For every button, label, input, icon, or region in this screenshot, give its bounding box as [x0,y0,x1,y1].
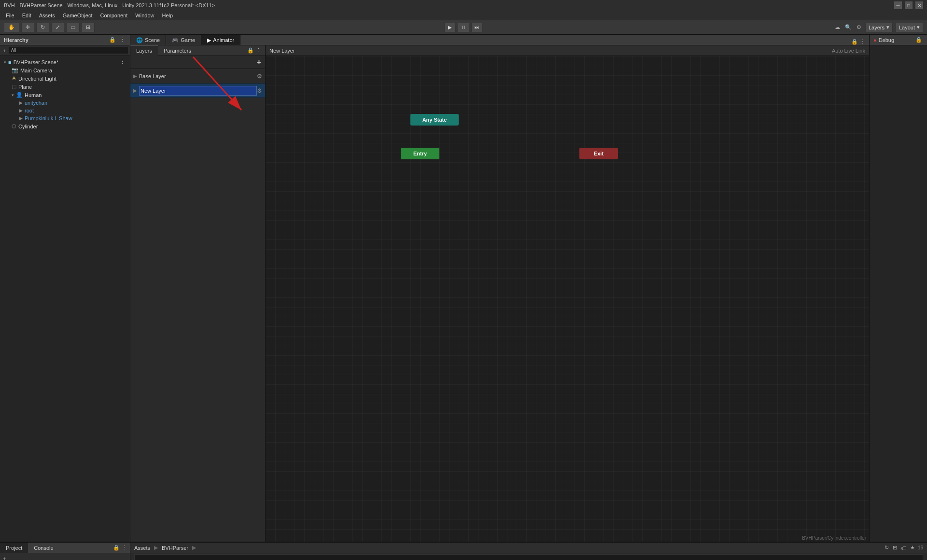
rect-tool[interactable]: ▭ [66,23,80,32]
rotate-tool[interactable]: ↻ [36,23,49,32]
new-layer-input[interactable] [139,86,257,96]
tab-lock-icon[interactable]: 🔒 [850,39,859,45]
hierarchy-item-root[interactable]: ▶ root [0,107,130,114]
tab-game[interactable]: 🎮 Game [166,35,201,45]
layers-tab-bar: Layers Parameters 🔒 ⋮ [130,45,265,56]
project-lock-icon[interactable]: 🔒 [112,545,121,551]
entry-label: Entry [413,151,427,156]
scale-tool[interactable]: ⤢ [51,23,64,32]
layers-tab-layers[interactable]: Layers [130,45,158,56]
assets-toolbar [130,553,927,560]
hierarchy-item-unitychan[interactable]: ▶ unitychan [0,99,130,107]
hand-tool[interactable]: ✋ [4,23,19,32]
breadcrumb-bvhparser[interactable]: BVHParser [162,545,188,551]
base-layer-settings-icon[interactable]: ⚙ [257,73,262,80]
layers-header-row: + [130,56,265,69]
hierarchy-add-button[interactable]: + [2,48,7,54]
menu-window[interactable]: Window [131,11,158,20]
hierarchy-camera-label: Main Camera [20,68,52,73]
hierarchy-item-plane[interactable]: ⬚ Plane [0,83,130,91]
auto-live-link[interactable]: Auto Live Link [832,48,865,54]
breadcrumb-assets[interactable]: Assets [134,545,150,551]
layer-item-new[interactable]: ▶ ⚙ [130,84,265,98]
layers-lock-icon[interactable]: 🔒 [246,47,255,54]
maximize-button[interactable]: □ [905,1,913,9]
tab-scene[interactable]: 🌐 Scene [130,35,166,45]
move-tool[interactable]: ✛ [21,23,34,32]
hierarchy-item-cylinder[interactable]: ⬡ Cylinder [0,122,130,130]
layout-dropdown[interactable]: Layout ▾ [896,23,923,32]
debug-lock-icon[interactable]: 🔒 [914,37,923,43]
project-tab-label: Project [6,545,22,551]
exit-label: Exit [594,151,604,156]
hierarchy-header-icons: 🔒 ⋮ [108,37,126,43]
main-layout: Hierarchy 🔒 ⋮ + All ▾ ■ BVHParser Scene*… [0,35,927,542]
layers-options-icon[interactable]: ⋮ [255,47,262,54]
tab-project[interactable]: Project [0,543,28,553]
settings-icon[interactable]: ⚙ [856,24,862,30]
hierarchy-item-pumpkin[interactable]: ▶ Pumpkinlulk L Shaw [0,114,130,122]
hierarchy-scene-label: BVHParser Scene* [14,59,59,65]
state-any[interactable]: Any State [410,114,459,126]
pause-button[interactable]: ⏸ [458,23,469,32]
base-layer-expand: ▶ [133,73,137,79]
debug-header: ● Debug 🔒 [870,35,927,45]
plane-icon: ⬚ [12,84,16,90]
scene-tab-icon: 🌐 [136,37,143,43]
search-icon[interactable]: 🔍 [844,24,853,30]
menu-file[interactable]: File [2,11,18,20]
layout-label: Layout [899,25,915,30]
add-layer-button[interactable]: + [256,58,262,67]
any-state-label: Any State [422,117,447,123]
assets-panel: Assets ▶ BVHParser ▶ ↻ ⊞ 🏷 ★ 16 Models [130,543,927,560]
debug-header-icons: 🔒 [914,37,923,43]
step-button[interactable]: ⏭ [471,23,483,32]
right-toolbar: ☁ 🔍 ⚙ Layers ▾ Layout ▾ [834,23,923,32]
hierarchy-menu-icon[interactable]: ⋮ [119,37,126,43]
hierarchy-item-camera[interactable]: 📷 Main Camera [0,66,130,74]
layer-item-base[interactable]: ▶ Base Layer ⚙ [130,69,265,84]
assets-filter-icon[interactable]: ⊞ [892,545,898,551]
tab-bar: 🌐 Scene 🎮 Game ▶ Animator 🔒 ⋮ [130,35,869,45]
minimize-button[interactable]: ─ [894,1,902,9]
collab-icon[interactable]: ☁ [834,24,841,30]
assets-label-icon[interactable]: 🏷 [900,545,907,551]
hierarchy-cylinder-label: Cylinder [18,124,38,129]
assets-star-icon[interactable]: ★ [909,545,916,551]
menu-assets[interactable]: Assets [35,11,59,20]
tab-console[interactable]: Console [28,543,59,553]
layers-label: Layers [869,25,885,30]
tab-menu-icon[interactable]: ⋮ [859,39,866,45]
menu-help[interactable]: Help [158,11,177,20]
layers-tab-parameters[interactable]: Parameters [158,45,197,56]
animator-grid[interactable]: Any State Entry Exit [266,56,869,542]
menu-edit[interactable]: Edit [18,11,35,20]
assets-refresh-icon[interactable]: ↻ [884,545,890,551]
assets-search-input[interactable] [134,554,923,560]
layers-dropdown[interactable]: Layers ▾ [865,23,893,32]
new-layer-expand: ▶ [133,88,137,93]
project-add-button[interactable]: + [2,556,7,560]
project-menu-icon[interactable]: ⋮ [121,545,128,551]
hierarchy-item-scene[interactable]: ▾ ■ BVHParser Scene* ⋮ [0,58,130,66]
state-entry[interactable]: Entry [401,148,439,159]
new-layer-settings-icon[interactable]: ⚙ [257,87,262,94]
scene-menu-icon[interactable]: ⋮ [119,59,126,65]
hierarchy-pumpkin-label: Pumpkinlulk L Shaw [25,115,72,121]
transform-tool[interactable]: ⊞ [82,23,95,32]
window-controls[interactable]: ─ □ ✕ [894,1,923,9]
breadcrumb-separator: ▶ [154,545,158,551]
tab-animator[interactable]: ▶ Animator [201,35,240,45]
menu-gameobject[interactable]: GameObject [59,11,97,20]
project-toolbar: + [0,553,130,560]
state-exit[interactable]: Exit [579,148,618,159]
menu-component[interactable]: Component [96,11,131,20]
hierarchy-lock-icon[interactable]: 🔒 [108,37,117,43]
hierarchy-item-light[interactable]: ☀ Directional Light [0,74,130,83]
hierarchy-item-human[interactable]: ▾ 👤 Human [0,91,130,99]
play-button[interactable]: ▶ [444,23,456,32]
animator-canvas[interactable]: New Layer Auto Live Link Any State Entry… [266,45,869,542]
hierarchy-search[interactable]: All [9,47,128,54]
close-button[interactable]: ✕ [915,1,923,9]
base-layer-name: Base Layer [139,73,257,79]
